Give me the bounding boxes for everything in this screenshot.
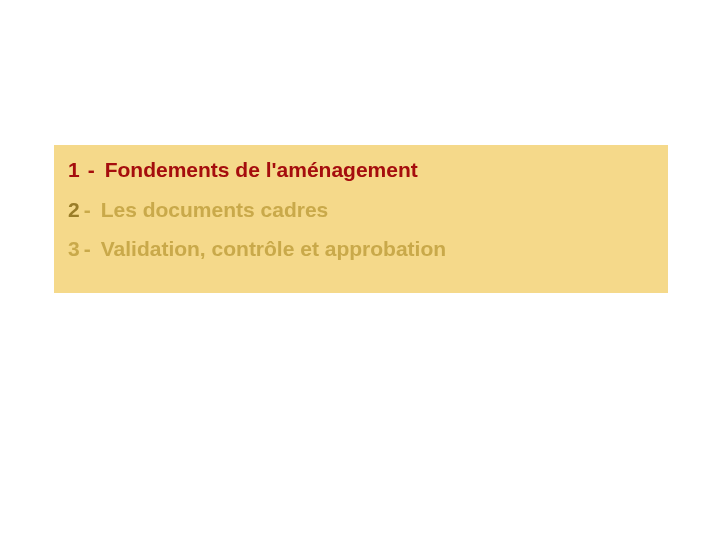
outline-list: 1 - Fondements de l'aménagement 2 - Les … [68,154,654,265]
item-number: 2 [68,194,80,226]
outline-item-1: 1 - Fondements de l'aménagement [68,154,654,186]
item-number: 1 [68,154,80,186]
outline-item-3: 3 - Validation, contrôle et approbation [68,233,654,265]
item-label: Validation, contrôle et approbation [101,233,446,265]
item-separator: - [84,194,91,226]
outline-panel: 1 - Fondements de l'aménagement 2 - Les … [54,145,668,293]
item-number: 3 [68,233,80,265]
item-separator: - [84,233,91,265]
item-label: Les documents cadres [101,194,329,226]
outline-item-2: 2 - Les documents cadres [68,194,654,226]
item-separator: - [88,154,95,186]
item-label: Fondements de l'aménagement [105,154,418,186]
